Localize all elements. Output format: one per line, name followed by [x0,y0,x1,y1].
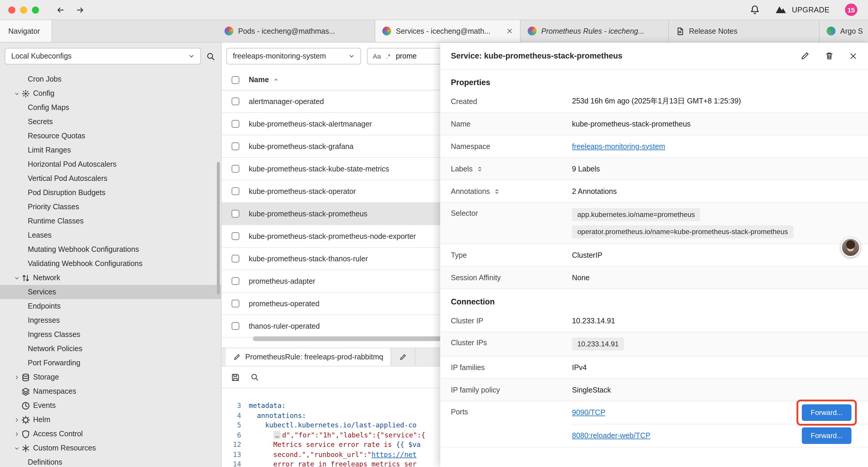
forward-button[interactable]: Forward... [802,428,851,444]
sidebar-item-events[interactable]: Events [0,399,221,413]
port-link[interactable]: 8080:reloader-web/TCP [572,432,650,440]
row-checkbox[interactable] [231,300,239,308]
tab-prometheus-rules-icecheng[interactable]: Prometheus Rules - icecheng... [521,20,669,42]
sidebar-item-config[interactable]: Config [0,86,221,100]
delete-icon[interactable] [825,52,834,60]
sidebar-item-limit-ranges[interactable]: Limit Ranges [0,143,221,157]
sorter-icon[interactable] [477,166,483,172]
match-case-toggle[interactable]: Aa [373,53,381,60]
close-icon[interactable] [506,28,513,34]
notification-count-badge[interactable]: 15 [845,4,857,16]
dock-tab-prometheusrule[interactable]: PrometheusRule: freeleaps-prod-rabbitmq [226,348,392,366]
namespace-link[interactable]: freeleaps-monitoring-system [572,142,665,150]
detail-row-namespace: Namespacefreeleaps-monitoring-system [440,135,868,158]
chevron-right-icon[interactable] [12,375,21,380]
chevron-down-icon[interactable] [12,91,21,96]
chevron-down-icon[interactable] [12,445,21,451]
sidebar-item-services[interactable]: Services [0,285,221,299]
chevron-right-icon[interactable] [12,417,21,422]
chevron-right-icon[interactable] [12,431,21,437]
sidebar-item-label: Vertical Pod Autoscalers [28,174,107,183]
sidebar-item-ingress-classes[interactable]: Ingress Classes [0,327,221,342]
support-avatar[interactable] [841,238,860,257]
navigator-header[interactable]: Navigator [0,20,52,42]
row-checkbox[interactable] [231,97,239,105]
sidebar-item-ingresses[interactable]: Ingresses [0,313,221,327]
detail-value: 253d 16h 6m ago (2025年1月13日 GMT+8 1:25:3… [572,96,868,107]
name-column-header[interactable]: Name [249,76,269,84]
sidebar-item-vertical-pod-autoscalers[interactable]: Vertical Pod Autoscalers [0,171,221,185]
sidebar-item-label: Ingresses [28,316,60,324]
row-checkbox[interactable] [231,187,239,195]
sidebar-item-label: Horizontal Pod Autoscalers [28,160,116,169]
row-checkbox[interactable] [231,277,239,285]
sort-ascending-icon[interactable] [273,77,279,83]
sidebar-item-cron-jobs[interactable]: Cron Jobs [0,72,221,86]
tab-services-icecheng-math[interactable]: Services - icecheng@math... [375,20,521,42]
sidebar-item-validating-webhook-configurations[interactable]: Validating Webhook Configurations [0,257,221,271]
detail-value: SingleStack [572,386,868,394]
row-checkbox[interactable] [231,120,239,128]
sidebar-scrollbar[interactable] [217,162,220,294]
kubeconfig-selector-value: Local Kubeconfigs [11,52,71,60]
search-icon[interactable] [251,373,259,381]
notifications-bell-icon[interactable] [750,5,760,15]
sidebar-item-pod-disruption-budgets[interactable]: Pod Disruption Budgets [0,185,221,200]
navigator-label: Navigator [8,27,40,35]
sorter-icon[interactable] [494,188,500,194]
save-icon[interactable] [231,373,240,382]
sidebar-item-config-maps[interactable]: Config Maps [0,100,221,115]
tab-pods-icecheng-mathmas[interactable]: Pods - icecheng@mathmas... [217,20,375,42]
sidebar-item-network-policies[interactable]: Network Policies [0,342,221,356]
forward-button[interactable] [75,5,85,14]
sidebar-item-label: Mutating Webhook Configurations [28,245,139,254]
sidebar-item-priority-classes[interactable]: Priority Classes [0,200,221,214]
select-all-checkbox[interactable] [231,76,239,84]
sidebar-item-leases[interactable]: Leases [0,228,221,242]
port-link[interactable]: 9090/TCP [572,408,606,417]
row-checkbox[interactable] [231,322,239,330]
tab-label: Pods - icecheng@mathmas... [238,27,368,35]
sidebar-item-label: Namespaces [33,387,76,396]
sidebar-item-namespaces[interactable]: Namespaces [0,384,221,399]
sidebar-item-resource-quotas[interactable]: Resource Quotas [0,129,221,143]
namespace-filter[interactable]: freeleaps-monitoring-system [226,48,361,64]
sidebar-item-mutating-webhook-configurations[interactable]: Mutating Webhook Configurations [0,242,221,257]
row-name: thanos-ruler-operated [249,322,320,330]
forward-button[interactable]: Forward... [802,404,851,421]
zoom-window-button[interactable] [32,6,39,13]
sidebar-item-port-forwarding[interactable]: Port Forwarding [0,356,221,370]
kubeconfig-selector[interactable]: Local Kubeconfigs [5,48,201,64]
details-body: Properties Created253d 16h 6m ago (2025年… [440,70,868,467]
sidebar-item-endpoints[interactable]: Endpoints [0,299,221,313]
chevron-down-icon[interactable] [12,275,21,281]
minimize-window-button[interactable] [20,6,27,13]
tab-release-notes[interactable]: Release Notes [669,20,819,42]
detail-row-annotations: Annotations2 Annotations [440,180,868,203]
sidebar-item-access-control[interactable]: Access Control [0,427,221,441]
sidebar-item-storage[interactable]: Storage [0,370,221,384]
upgrade-button[interactable]: UPGRADE [775,4,830,16]
tab-argo-s[interactable]: Argo S [819,20,868,42]
sidebar-item-runtime-classes[interactable]: Runtime Classes [0,214,221,228]
row-checkbox[interactable] [231,210,239,217]
value-chip: 10.233.14.91 [572,338,624,351]
sidebar-item-secrets[interactable]: Secrets [0,115,221,129]
sidebar-item-network[interactable]: Network [0,271,221,285]
sidebar-item-helm[interactable]: Helm [0,413,221,427]
row-checkbox[interactable] [231,232,239,240]
row-checkbox[interactable] [231,165,239,173]
regex-toggle[interactable]: .* [386,53,391,60]
sidebar-item-custom-resources[interactable]: Custom Resources [0,441,221,455]
sidebar-item-horizontal-pod-autoscalers[interactable]: Horizontal Pod Autoscalers [0,157,221,171]
dock-tab-next[interactable] [392,348,416,366]
back-button[interactable] [56,5,65,14]
row-checkbox[interactable] [231,255,239,262]
row-checkbox[interactable] [231,143,239,150]
search-icon[interactable] [206,52,215,61]
sidebar-item-definitions[interactable]: Definitions [0,455,221,467]
edit-icon[interactable] [801,52,809,60]
close-window-button[interactable] [8,6,16,13]
close-icon[interactable] [849,52,857,60]
line-content: Metrics service error rate is {{ $va [249,440,421,449]
